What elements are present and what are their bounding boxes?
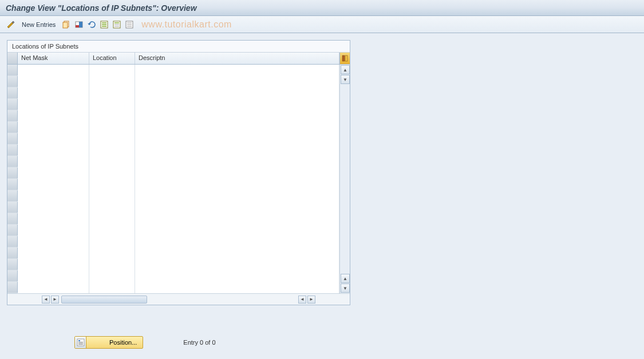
select-all-icon[interactable] <box>99 19 109 30</box>
table-row[interactable] <box>7 156 339 167</box>
cell-descriptn[interactable] <box>135 133 339 145</box>
row-selector[interactable] <box>7 190 18 201</box>
row-selector[interactable] <box>7 145 18 155</box>
table-row[interactable] <box>7 110 339 122</box>
row-selector[interactable] <box>7 76 18 87</box>
table-row[interactable] <box>7 145 339 156</box>
cell-location[interactable] <box>89 65 135 76</box>
cell-netmask[interactable] <box>18 99 89 110</box>
row-selector[interactable] <box>7 110 18 121</box>
row-selector[interactable] <box>7 225 18 236</box>
cell-location[interactable] <box>89 133 135 145</box>
table-row[interactable] <box>7 270 339 282</box>
table-row[interactable] <box>7 167 339 179</box>
vertical-scrollbar[interactable]: ▲ ▼ ▲ ▼ <box>339 65 350 293</box>
cell-descriptn[interactable] <box>135 122 339 133</box>
scroll-thumb[interactable] <box>61 296 147 304</box>
row-selector[interactable] <box>7 236 18 247</box>
row-selector[interactable] <box>7 99 18 110</box>
cell-descriptn[interactable] <box>135 225 339 236</box>
cell-descriptn[interactable] <box>135 65 339 76</box>
cell-netmask[interactable] <box>18 65 89 76</box>
cell-location[interactable] <box>89 122 135 133</box>
row-selector[interactable] <box>7 87 18 98</box>
cell-netmask[interactable] <box>18 145 89 156</box>
cell-netmask[interactable] <box>18 190 89 202</box>
row-selector[interactable] <box>7 259 18 270</box>
cell-descriptn[interactable] <box>135 202 339 213</box>
table-row[interactable] <box>7 179 339 190</box>
column-header-location[interactable]: Location <box>89 53 135 64</box>
cell-location[interactable] <box>89 225 135 236</box>
cell-location[interactable] <box>89 259 135 270</box>
table-row[interactable] <box>7 190 339 202</box>
cell-descriptn[interactable] <box>135 248 339 259</box>
column-header-descriptn[interactable]: Descriptn <box>135 53 339 64</box>
cell-location[interactable] <box>89 167 135 179</box>
undo-change-icon[interactable] <box>86 19 97 30</box>
horizontal-scrollbar[interactable]: ◄ ► ◄ ► <box>7 293 350 305</box>
cell-location[interactable] <box>89 270 135 282</box>
row-selector[interactable] <box>7 213 18 224</box>
cell-descriptn[interactable] <box>135 145 339 156</box>
row-selector[interactable] <box>7 248 18 258</box>
cell-location[interactable] <box>89 236 135 248</box>
cell-netmask[interactable] <box>18 213 89 225</box>
cell-location[interactable] <box>89 248 135 259</box>
table-row[interactable] <box>7 236 339 248</box>
cell-netmask[interactable] <box>18 248 89 259</box>
table-row[interactable] <box>7 99 339 110</box>
cell-location[interactable] <box>89 99 135 110</box>
new-entries-button[interactable]: New Entries <box>18 20 59 29</box>
cell-descriptn[interactable] <box>135 259 339 270</box>
cell-location[interactable] <box>89 110 135 122</box>
cell-descriptn[interactable] <box>135 179 339 190</box>
cell-netmask[interactable] <box>18 87 89 99</box>
cell-netmask[interactable] <box>18 225 89 236</box>
table-row[interactable] <box>7 65 339 76</box>
cell-location[interactable] <box>89 156 135 167</box>
row-selector[interactable] <box>7 122 18 133</box>
grid-header-selector[interactable] <box>7 53 18 64</box>
copy-as-icon[interactable] <box>61 19 72 30</box>
cell-descriptn[interactable] <box>135 270 339 282</box>
cell-netmask[interactable] <box>18 133 89 145</box>
cell-location[interactable] <box>89 213 135 225</box>
row-selector[interactable] <box>7 156 18 167</box>
toggle-display-change-icon[interactable] <box>6 19 16 30</box>
cell-descriptn[interactable] <box>135 236 339 248</box>
cell-location[interactable] <box>89 179 135 190</box>
cell-location[interactable] <box>89 76 135 87</box>
cell-netmask[interactable] <box>18 202 89 213</box>
cell-descriptn[interactable] <box>135 167 339 179</box>
column-header-netmask[interactable]: Net Mask <box>18 53 89 64</box>
row-selector[interactable] <box>7 202 18 213</box>
cell-netmask[interactable] <box>18 236 89 248</box>
table-row[interactable] <box>7 225 339 236</box>
position-button[interactable]: Position... <box>74 336 143 349</box>
table-row[interactable] <box>7 259 339 270</box>
cell-netmask[interactable] <box>18 122 89 133</box>
cell-descriptn[interactable] <box>135 110 339 122</box>
cell-netmask[interactable] <box>18 167 89 179</box>
cell-location[interactable] <box>89 190 135 202</box>
cell-descriptn[interactable] <box>135 190 339 202</box>
cell-netmask[interactable] <box>18 110 89 122</box>
table-row[interactable] <box>7 133 339 145</box>
cell-descriptn[interactable] <box>135 87 339 99</box>
table-row[interactable] <box>7 87 339 99</box>
cell-netmask[interactable] <box>18 270 89 282</box>
cell-netmask[interactable] <box>18 76 89 87</box>
cell-netmask[interactable] <box>18 282 89 293</box>
cell-descriptn[interactable] <box>135 76 339 87</box>
select-block-icon[interactable] <box>112 19 122 30</box>
scroll-left-step-icon[interactable]: ► <box>51 296 59 304</box>
cell-location[interactable] <box>89 145 135 156</box>
scroll-right-icon[interactable]: ► <box>307 296 315 304</box>
cell-location[interactable] <box>89 87 135 99</box>
delete-icon[interactable] <box>74 19 84 30</box>
table-row[interactable] <box>7 282 339 293</box>
scroll-down-icon[interactable]: ▼ <box>341 284 350 293</box>
cell-location[interactable] <box>89 202 135 213</box>
row-selector[interactable] <box>7 65 18 75</box>
